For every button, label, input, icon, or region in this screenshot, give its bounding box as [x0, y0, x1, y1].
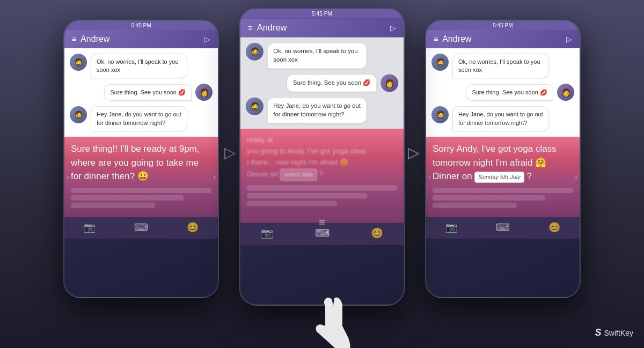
hand-cursor: [308, 294, 356, 348]
bubble-received-1-right: Ok, no worries, I'll speak to you soon x…: [452, 54, 549, 79]
send-icon-right[interactable]: [566, 35, 572, 43]
phone-middle: 5:45 PM Andrew 🧔 Ok, no worries, I'll sp…: [239, 8, 405, 306]
msg-received-2-right: 🧔 Hey Jane, do you want to go out for di…: [431, 106, 574, 131]
msg-received-2-mid: 🧔 Hey Jane, do you want to go out for di…: [246, 98, 398, 123]
status-bar-right: 5:45 PM: [426, 20, 580, 30]
menu-icon-middle[interactable]: [248, 24, 252, 32]
bubble-received-2-left: Hey Jane, do you want to go out for dinn…: [91, 106, 187, 131]
chat-header-right: Andrew: [426, 30, 580, 48]
phone-toolbar-right: 📷 ⌨ 😊: [426, 217, 580, 239]
bubble-received-1-mid: Ok, no worries, I'll speak to you soon x…: [267, 43, 367, 69]
suggestion-row-m1: [247, 185, 397, 190]
blurred-text-mid: ready at you going to Andy, I've got yog…: [247, 134, 397, 181]
bubble-sent-1-mid: Sure thing. See you soon 💋: [287, 75, 376, 92]
msg-sent-1-right: Sure thing. See you soon 💋 👩: [431, 84, 574, 101]
keyboard-icon-left[interactable]: ⌨: [134, 221, 148, 233]
arrow-1: ▷: [224, 144, 236, 204]
swiftkey-logo: S SwiftKey: [595, 327, 633, 338]
phone-left-wrapper: 5:45 PM Andrew 🧔 Ok, no worries, I'll sp…: [63, 19, 219, 329]
menu-icon-right[interactable]: [434, 35, 438, 43]
suggestion-row-r1: [433, 188, 573, 193]
chat-header-middle: Andrew: [240, 18, 404, 37]
send-icon-left[interactable]: [204, 35, 210, 43]
avatar-andrew-1-mid: 🧔: [246, 43, 264, 61]
emoji-icon-left[interactable]: 😊: [187, 221, 199, 233]
chat-body-middle: 🧔 Ok, no worries, I'll speak to you soon…: [240, 38, 404, 129]
avatar-andrew-2-right: 🧔: [431, 106, 449, 123]
bubble-received-2-mid: Hey Jane, do you want to go out for dinn…: [267, 98, 367, 123]
send-icon-middle[interactable]: [390, 24, 396, 32]
swipe-right-icon: ›: [213, 173, 216, 181]
keyboard-suggestion-middle: ready at you going to Andy, I've got yog…: [240, 129, 404, 223]
suggestion-row-3: [71, 203, 155, 208]
status-time-right: 5:45 PM: [493, 23, 513, 28]
avatar-jane-mid: 👩: [380, 74, 398, 92]
msg-sent-1-left: Sure thing. See you soon 💋 👩: [70, 84, 213, 101]
contact-name-middle: Andrew: [257, 23, 287, 33]
camera-icon-left[interactable]: 📷: [84, 221, 96, 233]
status-bar-left: 5:45 PM: [64, 20, 218, 30]
bubble-sent-1-right: Sure thing. See you soon 💋: [466, 84, 553, 101]
status-time-left: 5:45 PM: [131, 23, 151, 28]
suggestion-row-m2: [247, 193, 367, 198]
suggestion-text-right: Sorry Andy, I've got yoga class tomorrow…: [433, 142, 573, 183]
bubble-received-2-right: Hey Jane, do you want to go out for dinn…: [452, 106, 549, 131]
chat-body-right: 🧔 Ok, no worries, I'll speak to you soon…: [426, 48, 580, 137]
keyboard-icon-right[interactable]: ⌨: [496, 221, 510, 233]
avatar-andrew-2-mid: 🧔: [246, 98, 264, 115]
menu-icon-left[interactable]: [72, 35, 76, 43]
suggestion-row-m3: [247, 201, 337, 206]
avatar-andrew-1-right: 🧔: [431, 54, 449, 71]
status-time-middle: 5:45 PM: [312, 11, 332, 17]
swiftkey-name: SwiftKey: [604, 329, 633, 337]
suggestion-row-1: [71, 188, 211, 193]
keyboard-suggestion-left: ‹ › Sure thing!! I'll be ready at 9pm, w…: [64, 137, 218, 217]
chat-header-left: Andrew: [64, 30, 218, 48]
phone-middle-wrapper: 5:45 PM Andrew 🧔 Ok, no worries, I'll sp…: [241, 12, 402, 336]
header-left-section: Andrew: [72, 34, 109, 44]
suggestion-row-r3: [433, 203, 517, 208]
suggestion-rows-mid: [247, 185, 397, 206]
msg-sent-1-mid: Sure thing. See you soon 💋 👩: [246, 74, 398, 92]
emoji-icon-mid[interactable]: 😊: [371, 227, 383, 239]
camera-icon-mid[interactable]: 📷: [261, 227, 273, 239]
bubble-sent-1-left: Sure thing. See you soon 💋: [104, 84, 192, 101]
phone-right-wrapper: 5:45 PM Andrew 🧔 Ok, no worries, I'll sp…: [425, 19, 581, 329]
phone-toolbar-left: 📷 ⌨ 😊: [64, 217, 218, 239]
contact-name-right: Andrew: [442, 34, 471, 44]
header-right-section: Andrew: [434, 34, 471, 44]
chat-body-left: 🧔 Ok, no worries, I'll speak to you soon…: [64, 48, 218, 137]
avatar-andrew-1-left: 🧔: [70, 54, 87, 71]
avatar-andrew-2-left: 🧔: [70, 106, 87, 123]
contact-name-left: Andrew: [80, 34, 109, 44]
avatar-jane-left: 👩: [195, 84, 213, 101]
emoji-icon-right[interactable]: 😊: [548, 221, 560, 233]
suggestion-rows-left: [71, 188, 211, 208]
keyboard-icon-mid[interactable]: ⌨: [315, 227, 330, 239]
phone-right: 5:45 PM Andrew 🧔 Ok, no worries, I'll sp…: [425, 19, 581, 298]
suggestion-row-2: [71, 195, 184, 201]
suggestion-text-left: Sure thing!! I'll be ready at 9pm, where…: [71, 142, 211, 183]
swipe-left-icon-right: ‹: [428, 173, 431, 181]
scroll-indicator: ≡: [319, 216, 325, 228]
date-highlight-right[interactable]: Sunday 5th July: [474, 172, 524, 183]
camera-icon-right[interactable]: 📷: [445, 221, 457, 233]
keyboard-suggestion-right: ‹ › Sorry Andy, I've got yoga class tomo…: [426, 137, 580, 217]
suggestion-row-r2: [433, 195, 545, 201]
suggestion-rows-right: [433, 188, 573, 208]
msg-received-1-left: 🧔 Ok, no worries, I'll speak to you soon…: [70, 54, 213, 79]
status-bar-middle: 5:45 PM: [240, 9, 404, 19]
msg-received-2-left: 🧔 Hey Jane, do you want to go out for di…: [70, 106, 213, 131]
select-date-mid[interactable]: select date: [280, 169, 317, 181]
avatar-jane-right: 👩: [557, 84, 574, 101]
msg-received-1-right: 🧔 Ok, no worries, I'll speak to you soon…: [431, 54, 574, 79]
scene: 5:45 PM Andrew 🧔 Ok, no worries, I'll sp…: [0, 0, 644, 348]
swipe-right-icon-right: ›: [575, 173, 577, 181]
swipe-left-icon: ‹: [67, 173, 69, 181]
header-middle-section: Andrew: [248, 23, 287, 33]
msg-received-1-mid: 🧔 Ok, no worries, I'll speak to you soon…: [246, 43, 398, 69]
swiftkey-s-icon: S: [595, 327, 602, 338]
phone-left: 5:45 PM Andrew 🧔 Ok, no worries, I'll sp…: [63, 19, 219, 298]
arrow-2: ▷: [408, 144, 420, 204]
bubble-received-1-left: Ok, no worries, I'll speak to you soon x…: [91, 54, 187, 79]
